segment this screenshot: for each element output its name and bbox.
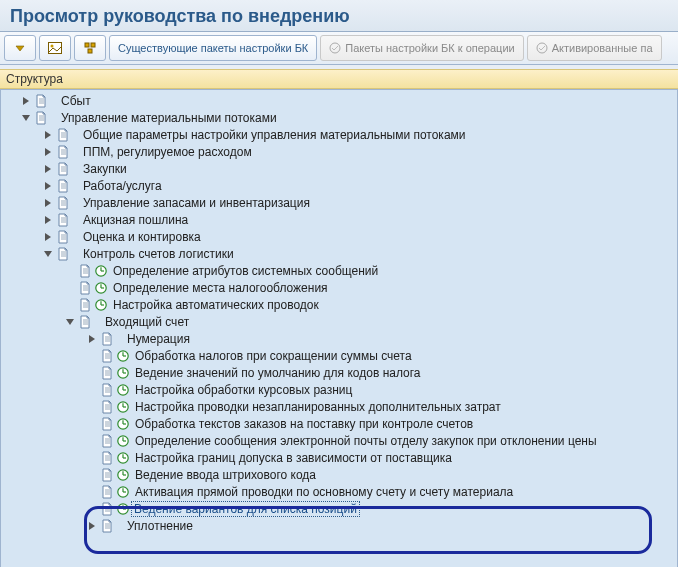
- tree-node-label[interactable]: Работа/услуга: [79, 179, 162, 193]
- expand-icon[interactable]: [41, 230, 55, 244]
- tree-node-label[interactable]: Настройка проводки незапланированных доп…: [131, 400, 501, 414]
- tree-node-label[interactable]: Ведение ввода штрихового кода: [131, 468, 316, 482]
- tree-row[interactable]: Ведение значений по умолчанию для кодов …: [1, 364, 677, 381]
- tree-node-label[interactable]: Настройка обработки курсовых разниц: [131, 383, 352, 397]
- tree-node-label[interactable]: Управление запасами и инвентаризация: [79, 196, 310, 210]
- expand-icon[interactable]: [41, 196, 55, 210]
- tree-node-label[interactable]: ППМ, регулируемое расходом: [79, 145, 252, 159]
- tree[interactable]: СбытУправление материальными потокамиОбщ…: [0, 89, 678, 567]
- tree-row[interactable]: Определение сообщения электронной почты …: [1, 432, 677, 449]
- tree-row[interactable]: Работа/услуга: [1, 177, 677, 194]
- tree-row[interactable]: Уплотнение: [1, 517, 677, 534]
- tree-row[interactable]: Определение атрибутов системных сообщени…: [1, 262, 677, 279]
- collapse-icon[interactable]: [63, 315, 77, 329]
- tree-row[interactable]: Закупки: [1, 160, 677, 177]
- tree-node-label[interactable]: Настройка автоматических проводок: [109, 298, 319, 312]
- expand-icon[interactable]: [19, 94, 33, 108]
- svg-marker-28: [45, 182, 51, 190]
- activity-clock-icon[interactable]: [115, 349, 131, 363]
- btn-existing-bc-sets[interactable]: Существующие пакеты настройки БК: [109, 35, 317, 61]
- tree-row[interactable]: Обработка текстов заказов на поставку пр…: [1, 415, 677, 432]
- document-icon: [33, 111, 49, 125]
- tree-node-label[interactable]: Сбыт: [57, 94, 91, 108]
- tree-node-label[interactable]: Обработка текстов заказов на поставку пр…: [131, 417, 473, 431]
- expander-placeholder: [85, 417, 99, 431]
- activity-clock-icon[interactable]: [115, 383, 131, 397]
- document-icon: [55, 145, 71, 159]
- tree-row[interactable]: Настройка обработки курсовых разниц: [1, 381, 677, 398]
- tree-node-label[interactable]: Ведение вариантов для списка позиций: [131, 501, 360, 517]
- tree-row[interactable]: Определение места налогообложения: [1, 279, 677, 296]
- tree-row[interactable]: Настройка автоматических проводок: [1, 296, 677, 313]
- tree-node-label[interactable]: Оценка и контировка: [79, 230, 201, 244]
- tree-row[interactable]: Настройка проводки незапланированных доп…: [1, 398, 677, 415]
- toolbar-where-used-icon[interactable]: [74, 35, 106, 61]
- expand-icon[interactable]: [41, 213, 55, 227]
- document-icon: [99, 383, 115, 397]
- activity-clock-icon[interactable]: [93, 264, 109, 278]
- activity-clock-icon[interactable]: [115, 417, 131, 431]
- tree-node-label[interactable]: Контроль счетов логистики: [79, 247, 234, 261]
- tree-row[interactable]: Ведение ввода штрихового кода: [1, 466, 677, 483]
- tree-row[interactable]: Нумерация: [1, 330, 677, 347]
- svg-rect-5: [88, 49, 92, 53]
- tree-row[interactable]: Управление запасами и инвентаризация: [1, 194, 677, 211]
- collapse-icon[interactable]: [19, 111, 33, 125]
- expand-icon[interactable]: [85, 519, 99, 533]
- tree-node-label[interactable]: Настройка границ допуска в зависимости о…: [131, 451, 452, 465]
- tree-row[interactable]: Сбыт: [1, 92, 677, 109]
- activity-clock-icon[interactable]: [115, 468, 131, 482]
- activity-clock-icon[interactable]: [115, 434, 131, 448]
- activity-clock-icon[interactable]: [93, 298, 109, 312]
- tree-row[interactable]: Активация прямой проводки по основному с…: [1, 483, 677, 500]
- tree-row[interactable]: Акцизная пошлина: [1, 211, 677, 228]
- activity-clock-icon[interactable]: [115, 451, 131, 465]
- tree-node-label[interactable]: Управление материальными потоками: [57, 111, 277, 125]
- tree-row[interactable]: Входящий счет: [1, 313, 677, 330]
- collapse-icon[interactable]: [41, 247, 55, 261]
- expand-icon[interactable]: [41, 162, 55, 176]
- tree-row[interactable]: Контроль счетов логистики: [1, 245, 677, 262]
- toolbar-dropdown-icon[interactable]: [4, 35, 36, 61]
- toolbar-img-icon[interactable]: [39, 35, 71, 61]
- tree-node-label[interactable]: Общие параметры настройки управления мат…: [79, 128, 466, 142]
- expand-icon[interactable]: [85, 332, 99, 346]
- tree-node-label[interactable]: Определение места налогообложения: [109, 281, 328, 295]
- activity-clock-icon[interactable]: [93, 281, 109, 295]
- expand-icon[interactable]: [41, 179, 55, 193]
- tree-row[interactable]: Управление материальными потоками: [1, 109, 677, 126]
- svg-marker-16: [45, 131, 51, 139]
- document-icon: [55, 213, 71, 227]
- tree-node-label[interactable]: Уплотнение: [123, 519, 193, 533]
- svg-marker-0: [16, 46, 24, 51]
- svg-rect-3: [85, 43, 89, 47]
- tree-node-label[interactable]: Обработка налогов при сокращении суммы с…: [131, 349, 412, 363]
- expander-placeholder: [85, 400, 99, 414]
- btn-bc-sets-to-activity[interactable]: Пакеты настройки БК к операции: [320, 35, 523, 61]
- tree-node-label[interactable]: Входящий счет: [101, 315, 189, 329]
- tree-row[interactable]: ППМ, регулируемое расходом: [1, 143, 677, 160]
- activity-clock-icon[interactable]: [115, 485, 131, 499]
- document-icon: [55, 247, 71, 261]
- tree-node-label[interactable]: Нумерация: [123, 332, 190, 346]
- activity-clock-icon[interactable]: [115, 400, 131, 414]
- tree-row[interactable]: Ведение вариантов для списка позиций: [1, 500, 677, 517]
- tree-node-label[interactable]: Определение атрибутов системных сообщени…: [109, 264, 378, 278]
- activity-clock-icon[interactable]: [115, 502, 131, 516]
- expand-icon[interactable]: [41, 128, 55, 142]
- expander-placeholder: [85, 366, 99, 380]
- tree-node-label[interactable]: Закупки: [79, 162, 127, 176]
- document-icon: [99, 451, 115, 465]
- btn-activated-bc-sets[interactable]: Активированные па: [527, 35, 662, 61]
- expand-icon[interactable]: [41, 145, 55, 159]
- tree-node-label[interactable]: Акцизная пошлина: [79, 213, 188, 227]
- tree-row[interactable]: Оценка и контировка: [1, 228, 677, 245]
- tree-row[interactable]: Настройка границ допуска в зависимости о…: [1, 449, 677, 466]
- tree-node-label[interactable]: Определение сообщения электронной почты …: [131, 434, 597, 448]
- tree-node-label[interactable]: Ведение значений по умолчанию для кодов …: [131, 366, 421, 380]
- tree-row[interactable]: Общие параметры настройки управления мат…: [1, 126, 677, 143]
- activity-clock-icon[interactable]: [115, 366, 131, 380]
- tree-row[interactable]: Обработка налогов при сокращении суммы с…: [1, 347, 677, 364]
- tree-node-label[interactable]: Активация прямой проводки по основному с…: [131, 485, 513, 499]
- document-icon: [99, 366, 115, 380]
